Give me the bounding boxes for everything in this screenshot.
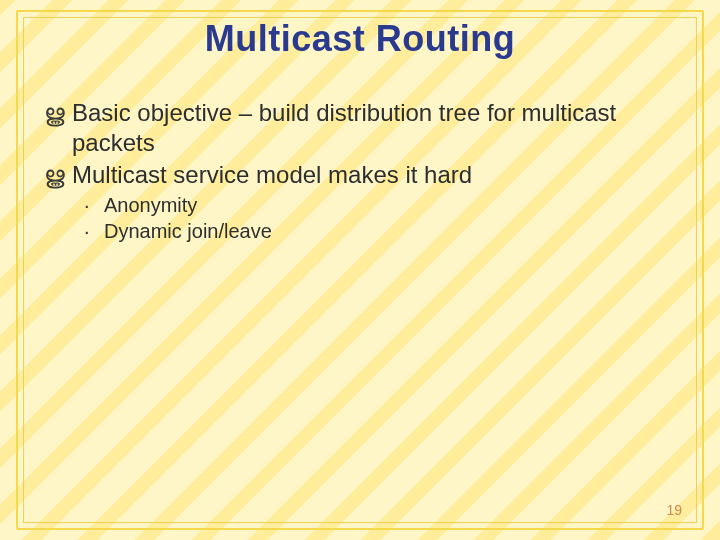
bullet-item: ൠMulticast service model makes it hard <box>44 160 676 190</box>
slide-title: Multicast Routing <box>0 18 720 60</box>
sub-bullet-text: Anonymity <box>104 194 197 216</box>
decorative-frame <box>16 10 704 530</box>
sub-bullet-text: Dynamic join/leave <box>104 220 272 242</box>
bullet-item: ൠBasic objective – build distribution tr… <box>44 98 676 158</box>
stripe-background <box>0 0 720 540</box>
bullet-text: Basic objective – build distribution tre… <box>72 99 616 156</box>
page-number: 19 <box>666 502 682 518</box>
bullet-text: Multicast service model makes it hard <box>72 161 472 188</box>
dot-bullet-icon: · <box>84 218 104 244</box>
swirl-bullet-icon: ൠ <box>44 98 72 128</box>
sub-bullet-item: ·Dynamic join/leave <box>44 218 676 244</box>
dot-bullet-icon: · <box>84 192 104 218</box>
swirl-bullet-icon: ൠ <box>44 160 72 190</box>
slide-content: ൠBasic objective – build distribution tr… <box>44 96 676 244</box>
slide: Multicast Routing ൠBasic objective – bui… <box>0 0 720 540</box>
sub-bullet-item: ·Anonymity <box>44 192 676 218</box>
